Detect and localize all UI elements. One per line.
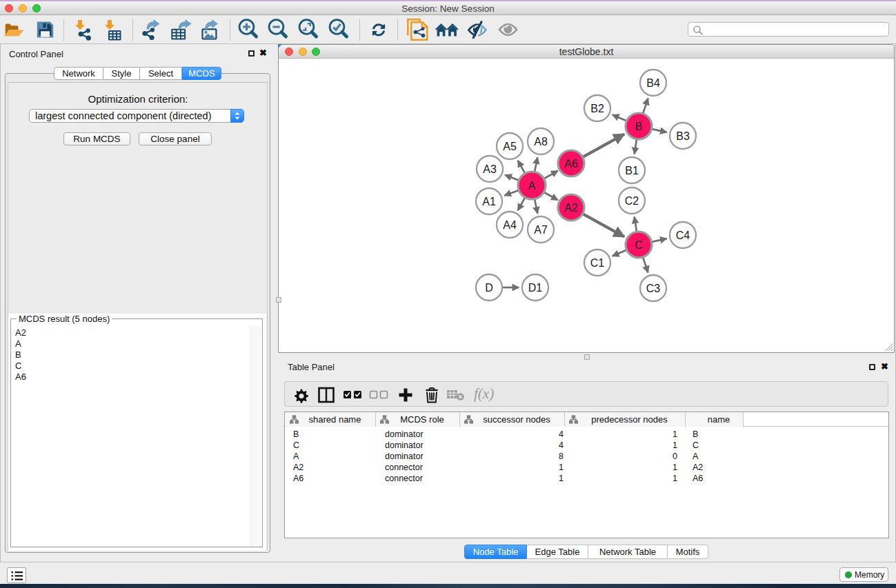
svg-text:B1: B1 bbox=[625, 165, 639, 176]
svg-text:D: D bbox=[485, 282, 493, 294]
svg-text:A6: A6 bbox=[564, 158, 578, 170]
svg-text:A2: A2 bbox=[564, 202, 578, 214]
svg-text:A: A bbox=[528, 180, 536, 192]
svg-text:C1: C1 bbox=[590, 257, 605, 269]
svg-text:A5: A5 bbox=[503, 141, 517, 152]
svg-text:D1: D1 bbox=[528, 282, 543, 294]
svg-text:B: B bbox=[635, 121, 643, 132]
svg-text:A1: A1 bbox=[482, 196, 496, 207]
svg-text:A4: A4 bbox=[503, 219, 517, 231]
svg-text:C4: C4 bbox=[676, 230, 690, 241]
svg-text:C2: C2 bbox=[625, 195, 639, 207]
svg-text:B4: B4 bbox=[646, 77, 660, 89]
svg-text:C: C bbox=[635, 239, 643, 251]
svg-text:C3: C3 bbox=[646, 283, 661, 294]
svg-text:B2: B2 bbox=[590, 103, 604, 114]
svg-text:A8: A8 bbox=[534, 136, 548, 148]
svg-text:A7: A7 bbox=[534, 224, 548, 236]
svg-text:A3: A3 bbox=[483, 163, 497, 175]
svg-text:B3: B3 bbox=[676, 130, 690, 142]
